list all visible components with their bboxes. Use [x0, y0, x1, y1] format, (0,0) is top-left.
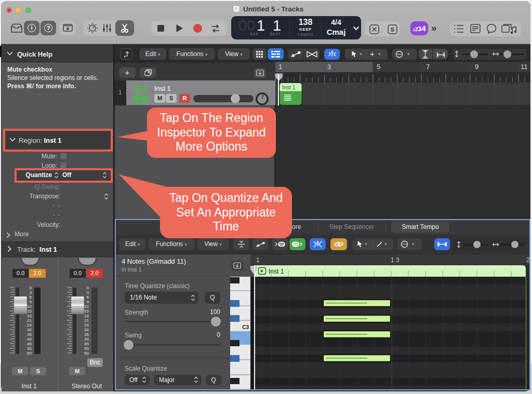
svg-text:15: 15 — [84, 309, 89, 314]
svg-text:3: 3 — [87, 290, 89, 295]
svg-text:40: 40 — [27, 337, 32, 342]
svg-text:18: 18 — [84, 314, 89, 318]
svg-text:15: 15 — [27, 309, 32, 314]
svg-text:3: 3 — [30, 290, 32, 295]
svg-text:6: 6 — [30, 295, 32, 300]
svg-text:60: 60 — [27, 351, 32, 356]
svg-text:18: 18 — [27, 314, 32, 318]
svg-text:9: 9 — [87, 300, 89, 304]
svg-text:21: 21 — [27, 318, 32, 323]
svg-text:50: 50 — [27, 346, 32, 351]
svg-text:30: 30 — [27, 328, 32, 332]
svg-text:40: 40 — [84, 337, 89, 342]
svg-text:12: 12 — [84, 304, 89, 309]
svg-text:30: 30 — [84, 328, 89, 332]
svg-text:Inst 1: Inst 1 — [269, 268, 284, 275]
svg-text:12: 12 — [27, 304, 32, 309]
svg-text:S: S — [391, 26, 394, 33]
svg-text:24: 24 — [27, 323, 32, 328]
svg-text:C3: C3 — [242, 324, 249, 330]
svg-text:45: 45 — [27, 342, 32, 346]
svg-text:35: 35 — [27, 332, 32, 337]
svg-text:45: 45 — [84, 342, 89, 346]
svg-text:24: 24 — [84, 323, 89, 328]
svg-text:50: 50 — [84, 346, 89, 351]
svg-text:9: 9 — [30, 300, 32, 304]
svg-text:35: 35 — [84, 332, 89, 337]
svg-text:21: 21 — [84, 318, 89, 323]
svg-text:Inst 1: Inst 1 — [282, 84, 296, 90]
svg-text:60: 60 — [84, 351, 89, 356]
svg-text:6: 6 — [87, 295, 89, 300]
